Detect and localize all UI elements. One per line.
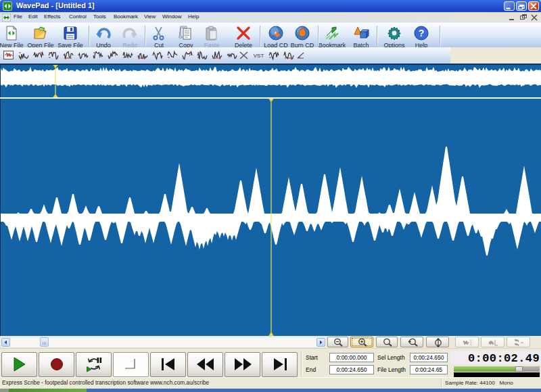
svg-text:VST: VST <box>254 53 264 59</box>
svg-text:?: ? <box>419 28 425 39</box>
